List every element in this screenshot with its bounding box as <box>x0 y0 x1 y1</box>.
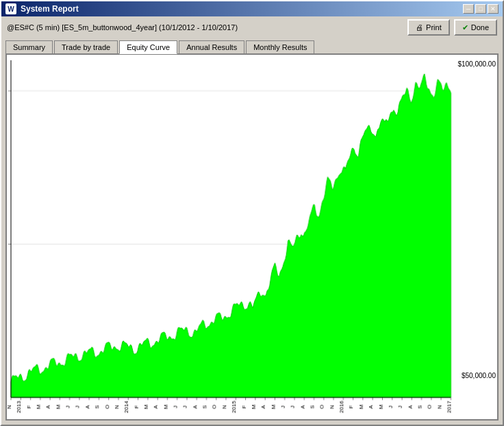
done-button[interactable]: ✔ Done <box>454 19 497 36</box>
print-button[interactable]: 🖨 Print <box>407 19 450 36</box>
tab-annual-results[interactable]: Annual Results <box>179 40 244 54</box>
close-button[interactable]: ✕ <box>488 4 499 14</box>
minimize-button[interactable]: ─ <box>463 4 474 14</box>
maximize-button[interactable]: □ <box>475 4 486 14</box>
window-icon: W <box>5 3 16 14</box>
print-label: Print <box>426 23 442 32</box>
done-check-icon: ✔ <box>462 23 468 32</box>
tabs-bar: Summary Trade by trade Equity Curve Annu… <box>1 38 503 53</box>
chart-container: $100,000.00 $50,000.00 <box>5 53 499 421</box>
tab-summary[interactable]: Summary <box>5 40 53 54</box>
toolbar: @ES#C (5 min) [ES_5m_buttonwood_4year] (… <box>1 16 503 38</box>
tab-equity-curve[interactable]: Equity Curve <box>119 40 177 54</box>
window-title: System Report <box>21 4 459 14</box>
y-label-top: $100,000.00 <box>457 60 496 68</box>
print-icon: 🖨 <box>416 23 423 32</box>
tab-monthly-results[interactable]: Monthly Results <box>246 40 314 54</box>
title-buttons: ─ □ ✕ <box>463 4 499 14</box>
y-label-mid: $50,000.00 <box>462 372 496 379</box>
toolbar-buttons: 🖨 Print ✔ Done <box>407 19 497 36</box>
equity-curve-chart <box>7 55 497 419</box>
ticker-info: @ES#C (5 min) [ES_5m_buttonwood_4year] (… <box>7 23 402 32</box>
done-label: Done <box>471 23 489 32</box>
main-window: W System Report ─ □ ✕ @ES#C (5 min) [ES_… <box>0 0 504 426</box>
tab-trade-by-trade[interactable]: Trade by trade <box>54 40 118 54</box>
title-bar: W System Report ─ □ ✕ <box>1 1 503 16</box>
